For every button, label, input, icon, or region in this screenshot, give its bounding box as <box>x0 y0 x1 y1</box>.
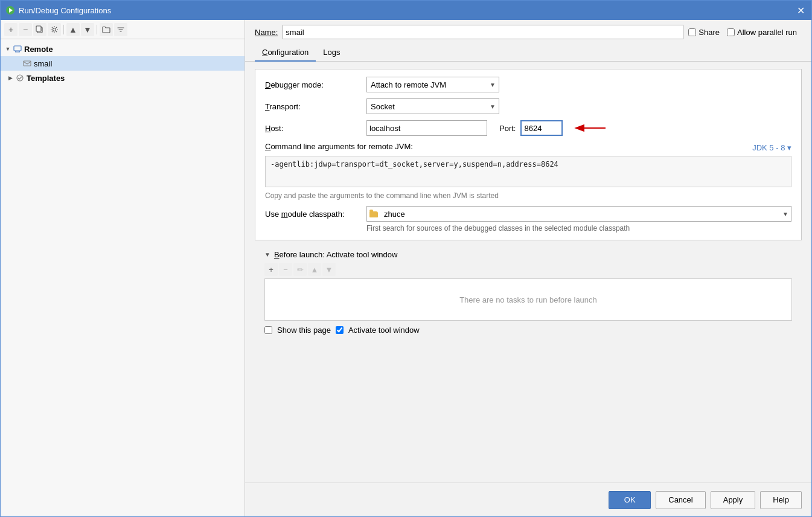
transport-row: Transport: Socket Shared memory ▼ <box>265 98 791 114</box>
before-launch-collapse-icon[interactable]: ▼ <box>264 251 270 258</box>
before-launch-header: ▼ Before launch: Activate tool window <box>264 245 792 262</box>
before-add-button[interactable]: + <box>264 263 278 276</box>
dialog-title: Run/Debug Configurations <box>19 6 794 15</box>
svg-point-4 <box>53 28 56 31</box>
tasks-empty-label: There are no tasks to run before launch <box>459 295 597 304</box>
cmd-textarea[interactable]: -agentlib:jdwp=transport=dt_socket,serve… <box>265 156 791 187</box>
module-select-wrapper: zhuce ▼ <box>366 206 791 222</box>
templates-icon <box>15 73 25 83</box>
module-select[interactable]: zhuce <box>380 207 782 221</box>
smail-label: smail <box>34 59 52 68</box>
toolbar-divider-2 <box>97 25 97 34</box>
debugger-mode-label: Debugger mode: <box>265 80 362 89</box>
before-down-button[interactable]: ▼ <box>322 263 336 276</box>
module-row: Use module classpath: zhuce ▼ <box>265 206 791 222</box>
show-page-row: Show this page Activate tool window <box>264 321 792 335</box>
parallel-checkbox-row: Allow parallel run <box>727 28 797 37</box>
debugger-mode-row: Debugger mode: Attach to remote JVM List… <box>265 77 791 92</box>
jdk-link[interactable]: JDK 5 - 8 ▾ <box>752 143 791 152</box>
close-button[interactable]: ✕ <box>794 4 807 16</box>
tabs-row: Configuration Logs <box>245 44 811 62</box>
tab-configuration[interactable]: Configuration <box>255 44 316 62</box>
activate-tool-checkbox[interactable] <box>336 326 344 334</box>
module-folder-icon <box>369 211 378 217</box>
dialog-icon <box>5 5 15 15</box>
smail-icon <box>22 59 32 68</box>
host-input[interactable] <box>366 120 487 136</box>
tasks-area: There are no tasks to run before launch <box>264 278 792 321</box>
help-button[interactable]: Help <box>760 491 802 509</box>
config-section: Debugger mode: Attach to remote JVM List… <box>255 69 802 240</box>
before-launch-section: ▼ Before launch: Activate tool window + … <box>255 245 802 339</box>
tab-logs[interactable]: Logs <box>316 44 347 62</box>
remote-group-icon <box>13 44 22 54</box>
debugger-mode-select-wrapper: Attach to remote JVM Listen to remote JV… <box>366 77 499 92</box>
before-up-button[interactable]: ▲ <box>308 263 321 276</box>
folder-button[interactable] <box>100 23 113 36</box>
port-input[interactable] <box>520 120 563 136</box>
module-arrow-icon: ▼ <box>782 211 788 217</box>
host-label: Host: <box>265 124 362 133</box>
before-remove-button[interactable]: − <box>279 263 292 276</box>
allow-parallel-label: Allow parallel run <box>737 28 797 37</box>
activate-tool-label: Activate tool window <box>348 326 420 335</box>
apply-button[interactable]: Apply <box>711 491 756 509</box>
before-toolbar: + − ✏ ▲ ▼ <box>264 262 792 278</box>
svg-rect-5 <box>14 46 21 51</box>
remote-expand-arrow: ▼ <box>3 44 13 54</box>
svg-rect-3 <box>36 26 41 31</box>
share-label: Share <box>699 28 720 37</box>
templates-label: Templates <box>27 74 65 83</box>
config-tree: ▼ Remote <box>1 39 245 516</box>
arrow-annotation <box>572 122 609 134</box>
module-hint: First search for sources of the debugged… <box>366 224 791 233</box>
allow-parallel-checkbox[interactable] <box>727 28 735 36</box>
run-debug-dialog: Run/Debug Configurations ✕ + − <box>0 0 812 517</box>
name-input[interactable] <box>283 25 683 39</box>
show-page-label: Show this page <box>277 326 331 335</box>
show-page-checkbox[interactable] <box>264 326 272 334</box>
name-row: Name: Share Allow parallel run <box>245 20 811 44</box>
title-bar: Run/Debug Configurations ✕ <box>1 1 811 20</box>
remote-label: Remote <box>24 45 53 54</box>
transport-select[interactable]: Socket Shared memory <box>366 98 499 114</box>
logs-tab-label: Logs <box>323 48 340 57</box>
port-label: Port: <box>499 124 516 133</box>
host-port-row: Host: Port: <box>265 120 791 136</box>
transport-label: Transport: <box>265 102 362 111</box>
name-label: Name: <box>255 28 278 37</box>
share-checkbox[interactable] <box>688 28 696 36</box>
cmd-hint: Copy and paste the arguments to the comm… <box>265 191 791 200</box>
settings-button[interactable] <box>48 23 61 36</box>
tree-templates-item[interactable]: ▶ Templates <box>1 71 245 85</box>
add-config-button[interactable]: + <box>4 23 18 36</box>
tree-smail-item[interactable]: smail <box>1 56 245 71</box>
share-checkbox-row: Share <box>688 28 720 37</box>
remove-config-button[interactable]: − <box>19 23 32 36</box>
ok-button[interactable]: OK <box>609 491 651 509</box>
before-launch-title: Before launch: Activate tool window <box>274 250 398 259</box>
tree-remote-group[interactable]: ▼ Remote <box>1 42 245 56</box>
move-up-button[interactable]: ▲ <box>66 23 80 36</box>
content-area: + − ▲ ▼ <box>1 20 811 516</box>
share-area: Share Allow parallel run <box>688 28 802 37</box>
sort-button[interactable] <box>114 23 127 36</box>
left-toolbar: + − ▲ ▼ <box>1 20 245 39</box>
cmd-section: Command line arguments for remote JVM: J… <box>265 142 791 200</box>
copy-config-button[interactable] <box>33 23 46 36</box>
move-down-button[interactable]: ▼ <box>81 23 94 36</box>
svg-rect-6 <box>24 61 31 66</box>
cancel-button[interactable]: Cancel <box>656 491 705 509</box>
templates-expand-arrow: ▶ <box>5 73 15 83</box>
transport-select-wrapper: Socket Shared memory ▼ <box>366 98 499 114</box>
toolbar-divider <box>63 25 64 34</box>
left-panel: + − ▲ ▼ <box>1 20 245 516</box>
right-panel: Name: Share Allow parallel run Configu <box>245 20 811 516</box>
main-content: Debugger mode: Attach to remote JVM List… <box>245 62 811 483</box>
module-label: Use module classpath: <box>265 210 362 219</box>
bottom-bar: OK Cancel Apply Help <box>245 483 811 516</box>
debugger-mode-select[interactable]: Attach to remote JVM Listen to remote JV… <box>366 77 499 92</box>
cmd-label: Command line arguments for remote JVM: <box>265 142 413 151</box>
before-edit-button[interactable]: ✏ <box>293 263 307 276</box>
configuration-tab-label: Configuration <box>262 48 308 57</box>
